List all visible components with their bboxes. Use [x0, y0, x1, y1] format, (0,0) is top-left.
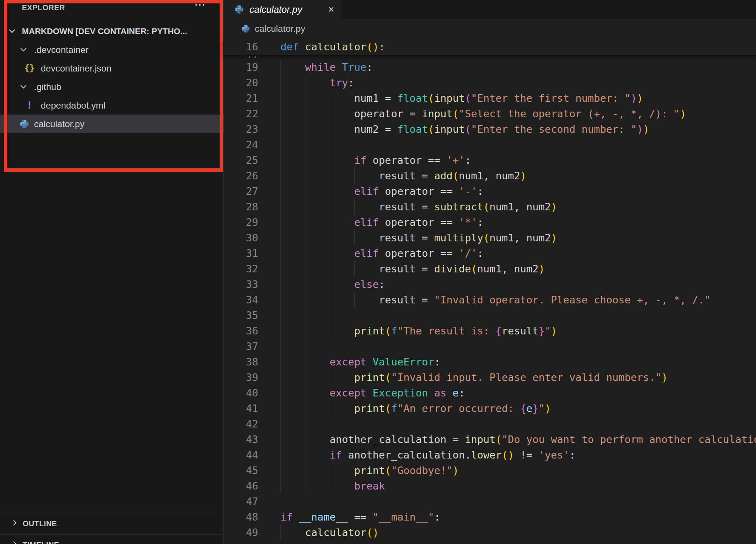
code-line-21[interactable]: 21 num1 = float(input("Enter the first n… [224, 90, 756, 106]
line-number: 42 [224, 416, 258, 432]
indent-guide [330, 137, 330, 152]
indent-guide [330, 90, 330, 106]
tab-calculator-py[interactable]: calculator.py × [224, 0, 341, 19]
code-line-43[interactable]: 43 another_calculation = input("Do you w… [224, 432, 756, 447]
indent-guide [280, 385, 281, 401]
line-content: else: [258, 277, 385, 292]
code-line-37[interactable]: 37 [224, 339, 756, 354]
line-content [258, 416, 280, 432]
indent-guide [330, 261, 330, 277]
code-line-23[interactable]: 23 num2 = float(input("Enter the second … [224, 121, 756, 137]
chevron-down-icon[interactable] [19, 82, 28, 91]
line-number: 44 [224, 447, 258, 463]
indent-guide [280, 230, 281, 246]
code-line-30[interactable]: 30 result = multiply(num1, num2) [224, 230, 756, 246]
code-line-32[interactable]: 32 result = divide(num1, num2) [224, 261, 756, 277]
indent-guide [280, 137, 281, 152]
chevron-down-icon[interactable] [8, 26, 17, 36]
line-content [258, 339, 280, 354]
line-content: elif operator == '-': [258, 183, 483, 199]
line-content: while True: [258, 59, 373, 75]
line-content: result = multiply(num1, num2) [258, 230, 557, 246]
code-area[interactable]: 19 while True:20 try:21 num1 = float(inp… [224, 59, 756, 544]
chevron-down-icon[interactable] [19, 45, 28, 54]
code-line-41[interactable]: 41 print(f"An error occurred: {e}") [224, 401, 756, 416]
line-number: 30 [224, 230, 258, 246]
code-line-39[interactable]: 39 print("Invalid input. Please enter va… [224, 370, 756, 385]
line-content: if another_calculation.lower() != 'yes': [258, 447, 575, 463]
line-number: 23 [224, 121, 258, 137]
more-actions-icon[interactable]: ⋯ [194, 0, 207, 11]
line-number: 46 [224, 478, 258, 494]
indent-guide [330, 246, 330, 261]
code-line-48[interactable]: 48if __name__ == "__main__": [224, 509, 756, 525]
line-number: 27 [224, 183, 258, 199]
indent-guide [305, 75, 305, 90]
tree-item--devcontainer[interactable]: .devcontainer [0, 40, 224, 59]
indent-guide [280, 416, 281, 432]
code-line-47[interactable]: 47 [224, 494, 756, 509]
indent-guide [330, 478, 330, 494]
indent-guide [354, 230, 355, 246]
tree-item--github[interactable]: .github [0, 78, 224, 96]
breadcrumb[interactable]: calculator.py [224, 19, 756, 39]
json-icon: {} [24, 63, 35, 73]
indent-guide [354, 199, 355, 214]
tree-item-dependabot-yml[interactable]: !dependabot.yml [0, 96, 224, 115]
code-line-42[interactable]: 42 [224, 416, 756, 432]
code-line-25[interactable]: 25 if operator == '+': [224, 152, 756, 168]
indent-guide [280, 323, 281, 339]
code-line-44[interactable]: 44 if another_calculation.lower() != 'ye… [224, 447, 756, 463]
code-line-46[interactable]: 46 break [224, 478, 756, 494]
line-number: 50 [224, 540, 258, 544]
indent-guide [280, 292, 281, 308]
indent-guide [280, 121, 281, 137]
code-line-29[interactable]: 29 elif operator == '*': [224, 214, 756, 230]
indent-guide [280, 168, 281, 183]
code-line-26[interactable]: 26 result = add(num1, num2) [224, 168, 756, 183]
line-number: 45 [224, 463, 258, 478]
indent-guide [305, 478, 305, 494]
tree-item-calculator-py[interactable]: calculator.py [0, 115, 224, 133]
code-line-34[interactable]: 34 result = "Invalid operator. Please ch… [224, 292, 756, 308]
indent-guide [280, 354, 281, 370]
line-content [258, 308, 280, 323]
code-line-31[interactable]: 31 elif operator == '/': [224, 246, 756, 261]
indent-guide [280, 370, 281, 385]
indent-guide [305, 121, 305, 137]
indent-guide [330, 106, 330, 121]
close-icon[interactable]: × [328, 5, 334, 15]
line-number: 39 [224, 370, 258, 385]
indent-guide [354, 261, 355, 277]
panel-header-outline[interactable]: OUTLINE [0, 513, 224, 534]
code-line-20[interactable]: 20 try: [224, 75, 756, 90]
line-content: print("Invalid input. Please enter valid… [258, 370, 668, 385]
sticky-scroll-line[interactable]: 16 def calculator(): [224, 39, 756, 56]
indent-guide [305, 137, 305, 152]
code-line-27[interactable]: 27 elif operator == '-': [224, 183, 756, 199]
code-line-28[interactable]: 28 result = subtract(num1, num2) [224, 199, 756, 214]
indent-guide [280, 432, 281, 447]
indent-guide [280, 447, 281, 463]
code-line-22[interactable]: 22 operator = input("Select the operator… [224, 106, 756, 121]
tree-item-devcontainer-json[interactable]: {}devcontainer.json [0, 59, 224, 78]
indent-guide [305, 308, 305, 323]
code-line-50[interactable]: 50 [224, 540, 756, 544]
code-line-19[interactable]: 19 while True: [224, 59, 756, 75]
indent-guide [330, 214, 330, 230]
workspace-root-row[interactable]: MARKDOWN [DEV CONTAINER: PYTHO... [0, 22, 224, 40]
code-line-38[interactable]: 38 except ValueError: [224, 354, 756, 370]
code-line-35[interactable]: 35 [224, 308, 756, 323]
indent-guide [280, 339, 281, 354]
tree-item-label: .github [34, 82, 61, 92]
code-line-36[interactable]: 36 print(f"The result is: {result}") [224, 323, 756, 339]
code-line-40[interactable]: 40 except Exception as e: [224, 385, 756, 401]
indent-guide [330, 183, 330, 199]
tab-bar: calculator.py × [224, 0, 756, 19]
panel-header-timeline[interactable]: TIMELINE [0, 534, 224, 544]
code-line-24[interactable]: 24 [224, 137, 756, 152]
code-line-45[interactable]: 45 print("Goodbye!") [224, 463, 756, 478]
tab-label: calculator.py [249, 4, 302, 15]
code-line-33[interactable]: 33 else: [224, 277, 756, 292]
code-line-49[interactable]: 49 calculator() [224, 525, 756, 540]
